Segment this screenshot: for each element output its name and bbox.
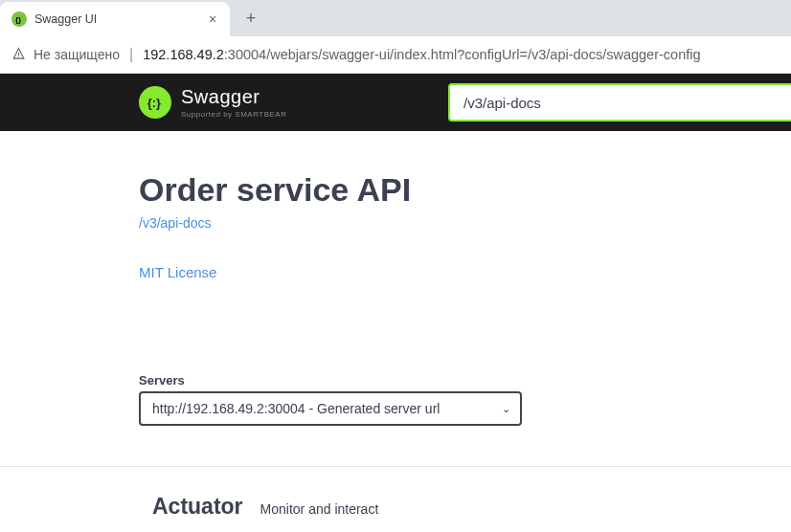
- tab-bar: {} Swagger UI × +: [0, 0, 791, 36]
- tag-name: Actuator: [152, 494, 243, 520]
- server-select-value: http://192.168.49.2:30004 - Generated se…: [152, 401, 502, 416]
- url-text: 192.168.49.2:30004/webjars/swagger-ui/in…: [143, 47, 700, 62]
- svg-text:{}: {}: [15, 15, 21, 24]
- swagger-logo[interactable]: {:} Swagger Supported by SMARTBEAR: [139, 86, 286, 119]
- api-title: Order service API: [139, 171, 791, 209]
- svg-text:{:}: {:}: [147, 96, 161, 110]
- swagger-supported-text: Supported by SMARTBEAR: [181, 110, 286, 119]
- servers-label: Servers: [139, 373, 791, 388]
- url-path: :30004/webjars/swagger-ui/index.html?con…: [224, 47, 701, 62]
- chevron-down-icon: ⌄: [502, 403, 510, 415]
- not-secure-icon: [11, 46, 26, 63]
- address-bar[interactable]: Не защищено | 192.168.49.2:30004/webjars…: [0, 36, 791, 73]
- tag-description: Monitor and interact: [260, 501, 379, 517]
- browser-tab[interactable]: {} Swagger UI ×: [0, 2, 230, 36]
- servers-section: Servers http://192.168.49.2:30004 - Gene…: [139, 373, 791, 426]
- address-separator: |: [129, 46, 133, 63]
- close-icon[interactable]: ×: [205, 11, 220, 27]
- api-spec-link[interactable]: /v3/api-docs: [139, 215, 211, 231]
- license-link[interactable]: MIT License: [139, 264, 216, 280]
- tag-section[interactable]: Actuator Monitor and interact: [139, 494, 791, 520]
- swagger-header: {:} Swagger Supported by SMARTBEAR: [0, 74, 791, 131]
- server-select[interactable]: http://192.168.49.2:30004 - Generated se…: [139, 391, 522, 426]
- swagger-logo-icon: {:}: [139, 86, 171, 119]
- main-content: Order service API /v3/api-docs MIT Licen…: [0, 131, 791, 520]
- security-label: Не защищено: [34, 47, 120, 62]
- tab-title: Swagger UI: [34, 12, 197, 26]
- section-divider: [0, 466, 791, 467]
- swagger-logo-text-block: Swagger Supported by SMARTBEAR: [181, 86, 286, 119]
- url-host: 192.168.49.2: [143, 47, 224, 62]
- swagger-brand-text: Swagger: [181, 86, 286, 108]
- spec-url-input-wrapper: [448, 83, 791, 122]
- spec-url-input[interactable]: [448, 83, 791, 122]
- swagger-favicon-icon: {}: [11, 11, 27, 27]
- browser-chrome: {} Swagger UI × + Не защищено | 192.168.…: [0, 0, 791, 74]
- new-tab-button[interactable]: +: [237, 5, 264, 32]
